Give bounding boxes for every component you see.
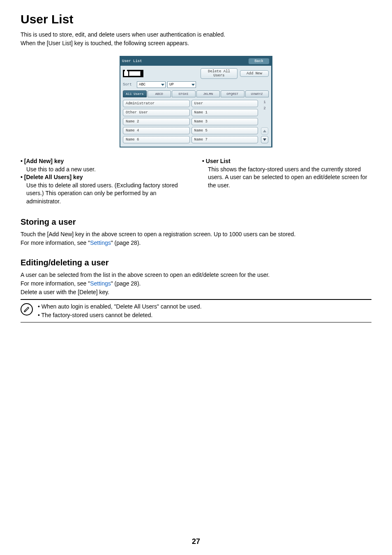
page-total: 2 <box>263 106 265 111</box>
page-down-button[interactable] <box>261 136 268 143</box>
text-fragment: " (page 28). <box>111 240 141 246</box>
tab-jklmn[interactable]: JKLMN <box>196 90 220 97</box>
intro-line-1: This is used to store, edit, and delete … <box>21 30 371 39</box>
text-fragment: For more information, see " <box>21 280 90 287</box>
page-number: 27 <box>0 537 392 546</box>
chevron-down-icon <box>191 84 195 86</box>
note-icon <box>21 303 33 315</box>
arrow-down-icon <box>263 138 266 141</box>
list-item[interactable]: User <box>191 100 258 107</box>
storing-line2: For more information, see "Settings" (pa… <box>21 239 371 247</box>
storing-line1: Touch the [Add New] key in the above scr… <box>21 230 371 239</box>
desc-body: Use this to delete all stored users. (Ex… <box>26 182 190 206</box>
search-field[interactable] <box>129 71 141 76</box>
delete-all-users-button[interactable]: Delete All Users <box>201 68 238 79</box>
editing-line1: A user can be selected from the list in … <box>21 271 371 279</box>
section-heading-editing: Editing/deleting a user <box>21 258 371 267</box>
sort-direction-value: UP <box>169 83 174 87</box>
intro-line-2: When the [User List] key is touched, the… <box>21 39 371 48</box>
sort-field-dropdown[interactable]: ABC <box>137 81 166 88</box>
tab-all-users[interactable]: All Users <box>123 90 147 97</box>
section-heading-storing: Storing a user <box>21 217 371 227</box>
list-item[interactable]: Name 3 <box>191 118 258 125</box>
list-item[interactable]: Other User <box>123 109 190 116</box>
tab-efghi[interactable]: EFGHI <box>172 90 196 97</box>
sort-direction-dropdown[interactable]: UP <box>167 81 196 88</box>
user-list-screenshot: User List Back Delete All Users Add New … <box>120 56 272 147</box>
pencil-icon <box>23 306 30 313</box>
tab-opqrst[interactable]: OPQRST <box>221 90 244 97</box>
list-item[interactable]: Name 4 <box>123 127 190 134</box>
desc-heading: [Delete All Users] key <box>21 173 190 182</box>
note-item: The factory-stored users cannot be delet… <box>38 311 202 320</box>
note-item: When auto login is enabled, "Delete All … <box>38 302 202 311</box>
desc-body: This shows the factory-stored users and … <box>208 166 371 190</box>
list-item[interactable]: Name 6 <box>123 136 190 143</box>
list-item[interactable]: Administrator <box>123 100 190 107</box>
list-item[interactable]: Name 2 <box>123 118 190 125</box>
list-item[interactable]: Name 7 <box>191 136 258 143</box>
desc-body: Use this to add a new user. <box>26 166 190 174</box>
page-up-button[interactable] <box>261 127 268 135</box>
text-fragment: " (page 28). <box>111 280 141 287</box>
back-button[interactable]: Back <box>248 58 270 64</box>
user-search-box[interactable] <box>123 70 143 77</box>
panel-title: User List <box>122 59 142 63</box>
list-item[interactable]: Name 1 <box>191 109 258 116</box>
editing-line2: For more information, see "Settings" (pa… <box>21 279 371 288</box>
list-item[interactable]: Name 5 <box>191 127 258 134</box>
page-title: User List <box>21 12 371 26</box>
add-new-button[interactable]: Add New <box>240 70 269 77</box>
arrow-up-icon <box>263 130 266 132</box>
desc-heading: [Add New] key <box>21 157 190 166</box>
sort-field-value: ABC <box>139 83 145 87</box>
desc-heading: User List <box>202 157 371 166</box>
user-icon <box>124 71 128 76</box>
settings-link[interactable]: Settings <box>90 280 111 287</box>
tab-uvwxyz[interactable]: UVWXYZ <box>245 90 269 97</box>
text-fragment: For more information, see " <box>21 240 90 246</box>
tab-abcd[interactable]: ABCD <box>148 90 171 97</box>
editing-line3: Delete a user with the [Delete] key. <box>21 288 371 297</box>
sort-label: Sort <box>123 83 135 87</box>
settings-link[interactable]: Settings <box>90 240 111 246</box>
chevron-down-icon <box>161 84 164 86</box>
page-current: 1 <box>263 100 265 105</box>
